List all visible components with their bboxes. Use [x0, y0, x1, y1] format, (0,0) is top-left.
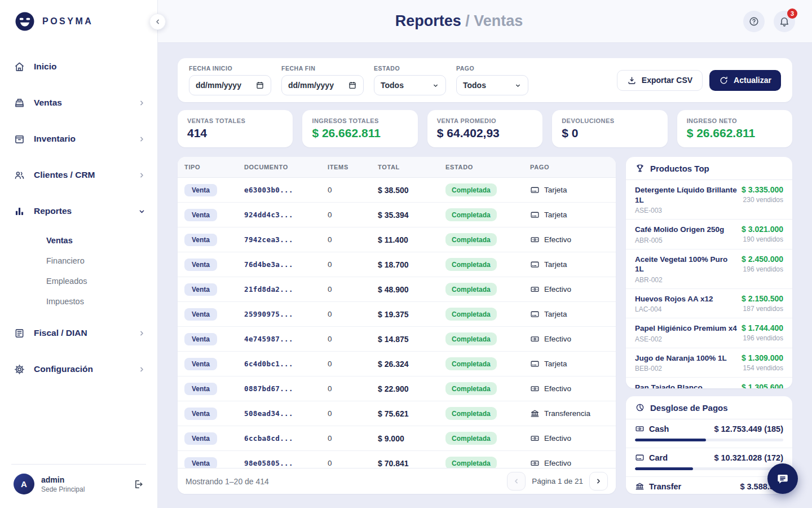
main-row: TIPO DOCUMENTO ITEMS TOTAL ESTADO PAGO V…: [178, 157, 792, 494]
table-row[interactable]: Venta e63003b0... 0 $ 38.500 Completada …: [178, 178, 616, 203]
estado-badge: Completada: [445, 233, 497, 246]
submenu-item-impuestos[interactable]: Impuestos: [46, 291, 146, 312]
stat-value: $ 26.662.811: [312, 126, 408, 140]
tipo-badge: Venta: [184, 358, 217, 370]
items-cell: 0: [328, 285, 378, 294]
product-list-item: Papel Higiénico Premium x4 ASE-002 $ 1.7…: [626, 318, 792, 348]
pago-label: Efectivo: [544, 459, 571, 467]
product-list-item: Aceite Vegetal 100% Puro 1L ABR-002 $ 2.…: [626, 249, 792, 289]
pago-label: Tarjeta: [544, 260, 567, 269]
user-name: admin: [41, 475, 85, 484]
breadcrumb-page: Ventas: [474, 12, 523, 29]
product-list-item: Detergente Líquido Brillante 1L ASE-003 …: [626, 180, 792, 220]
submenu-item-ventas[interactable]: Ventas: [46, 230, 146, 251]
desglose-pagos-header: Desglose de Pagos: [626, 396, 792, 419]
product-figures: $ 1.309.000 154 vendidos: [742, 353, 783, 373]
product-sku: ABR-005: [635, 237, 724, 244]
table-row[interactable]: Venta 21fd8da2... 0 $ 48.900 Completada …: [178, 277, 616, 302]
col-tipo: TIPO: [184, 164, 244, 170]
table-row[interactable]: Venta 25990975... 0 $ 19.375 Completada …: [178, 302, 616, 327]
product-revenue: $ 2.150.500: [742, 294, 783, 303]
sidebar: POSYMA Inicio Ventas Inventario Clientes…: [0, 0, 158, 508]
help-icon: [748, 16, 760, 27]
items-cell: 0: [328, 335, 378, 343]
pago-select[interactable]: Todos: [456, 75, 528, 95]
tipo-badge: Venta: [184, 408, 217, 420]
refresh-button[interactable]: Actualizar: [709, 70, 781, 91]
items-cell: 0: [328, 260, 378, 269]
help-button[interactable]: [743, 11, 765, 32]
prev-page-button[interactable]: [507, 472, 526, 491]
documento-cell: 98e05805...: [244, 459, 328, 467]
total-cell: $ 75.621: [378, 409, 445, 418]
next-page-button[interactable]: [589, 472, 608, 491]
notifications-button[interactable]: 3: [774, 11, 795, 32]
table-row[interactable]: Venta 924dd4c3... 0 $ 35.394 Completada …: [178, 203, 616, 227]
product-revenue: $ 1.309.000: [742, 353, 783, 362]
logout-icon[interactable]: [133, 479, 144, 490]
total-cell: $ 22.900: [378, 384, 445, 393]
bank-icon: [530, 409, 540, 418]
sidebar-collapse-button[interactable]: [149, 14, 166, 30]
chat-fab-button[interactable]: [767, 463, 798, 494]
estado-badge: Completada: [445, 432, 497, 445]
product-sku: ASE-002: [635, 335, 737, 343]
product-revenue: $ 1.744.400: [742, 323, 783, 332]
sidebar-item-ventas[interactable]: Ventas: [14, 90, 146, 115]
table-row[interactable]: Venta 7942cea3... 0 $ 11.400 Completada …: [178, 227, 616, 252]
panel-title: Productos Top: [650, 164, 709, 173]
sidebar-item-label: Inventario: [34, 134, 76, 144]
submenu-item-financiero[interactable]: Financiero: [46, 251, 146, 271]
sidebar-item-label: Clientes / CRM: [34, 170, 95, 180]
table-row[interactable]: Venta 0887bd67... 0 $ 22.900 Completada …: [178, 376, 616, 401]
sidebar-item-inicio[interactable]: Inicio: [14, 54, 146, 79]
sidebar-item-clientes-crm[interactable]: Clientes / CRM: [14, 163, 146, 187]
cash-icon: [530, 334, 540, 344]
sidebar-item-fiscal-dian[interactable]: Fiscal / DIAN: [14, 321, 146, 345]
sidebar-nav: Inicio Ventas Inventario Clientes / CRM …: [0, 40, 157, 382]
estado-badge: Completada: [445, 283, 497, 296]
product-units-sold: 196 vendidos: [742, 265, 783, 273]
avatar: A: [14, 474, 34, 494]
sidebar-item-inventario[interactable]: Inventario: [14, 126, 146, 151]
estado-select[interactable]: Todos: [374, 75, 446, 95]
product-units-sold: 190 vendidos: [742, 235, 783, 243]
filter-label: FECHA FIN: [281, 65, 364, 72]
cash-icon: [530, 235, 540, 244]
submenu-item-empleados[interactable]: Empleados: [46, 271, 146, 291]
documento-cell: 0887bd67...: [244, 384, 328, 393]
product-info: Huevos Rojos AA x12 LAC-004: [635, 294, 713, 314]
table-row[interactable]: Venta 6ccba8cd... 0 $ 9.000 Completada E…: [178, 426, 616, 451]
items-cell: 0: [328, 459, 378, 467]
export-csv-button[interactable]: Exportar CSV: [617, 70, 703, 91]
product-info: Jugo de Naranja 100% 1L BEB-002: [635, 353, 727, 373]
documento-cell: 508ead34...: [244, 409, 328, 418]
stat-label: INGRESO NETO: [687, 117, 783, 124]
pago-label: Efectivo: [544, 384, 571, 393]
table-footer: Mostrando 1–20 de 414 Página 1 de 21: [178, 468, 616, 494]
payment-progress-track: [635, 467, 783, 470]
sidebar-item-reportes[interactable]: Reportes: [14, 199, 146, 224]
bar-chart-icon: [14, 205, 25, 217]
payment-progress-fill: [635, 467, 693, 470]
product-units-sold: 230 vendidos: [742, 196, 783, 204]
fecha-inicio-input[interactable]: dd/mm/yyyy: [189, 75, 271, 95]
items-cell: 0: [328, 409, 378, 418]
table-row[interactable]: Venta 76d4be3a... 0 $ 18.700 Completada …: [178, 252, 616, 277]
product-list-item: Huevos Rojos AA x12 LAC-004 $ 2.150.500 …: [626, 289, 792, 319]
table-row[interactable]: Venta 4e745987... 0 $ 14.875 Completada …: [178, 327, 616, 352]
user-location: Sede Principal: [41, 485, 85, 493]
stat-label: VENTAS TOTALES: [187, 117, 283, 124]
sidebar-item-label: Ventas: [34, 98, 62, 108]
fecha-fin-input[interactable]: dd/mm/yyyy: [281, 75, 364, 95]
chevron-left-icon: [153, 17, 162, 26]
button-label: Exportar CSV: [642, 76, 692, 85]
sidebar-item-configuracion[interactable]: Configuración: [14, 357, 146, 382]
page-title: Reportes / Ventas: [175, 12, 743, 30]
pago-label: Transferencia: [544, 409, 590, 418]
chevron-down-icon: [138, 207, 146, 216]
documento-cell: 6c4d0bc1...: [244, 360, 328, 368]
estado-badge: Completada: [445, 208, 497, 221]
table-row[interactable]: Venta 6c4d0bc1... 0 $ 26.324 Completada …: [178, 352, 616, 376]
table-row[interactable]: Venta 508ead34... 0 $ 75.621 Completada …: [178, 401, 616, 426]
